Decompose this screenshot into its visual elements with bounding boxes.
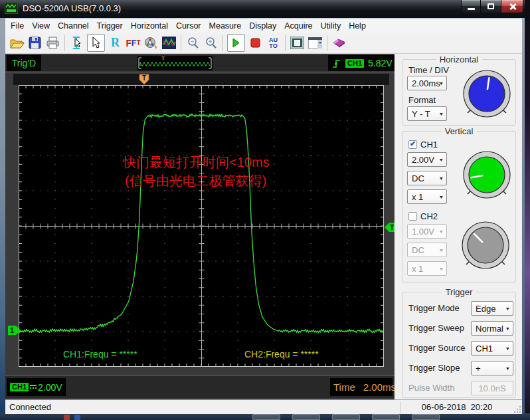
trigger-sweep-select[interactable]: Normal (471, 321, 513, 336)
maximize-icon (487, 3, 494, 9)
zoom-in-button[interactable] (203, 35, 219, 51)
separator-line (5, 72, 395, 72)
pulse-width-input: 10.0nS (471, 381, 513, 395)
help-button[interactable] (331, 35, 347, 51)
waveform-preview[interactable]: T (137, 56, 213, 70)
trigger-slope-select[interactable]: + (471, 361, 513, 375)
stop-button[interactable] (248, 35, 263, 51)
pointer-tool-button[interactable] (87, 34, 105, 52)
taskbar-button[interactable] (252, 414, 280, 420)
menu-item-help[interactable]: Help (345, 20, 370, 32)
menu-item-file[interactable]: File (7, 20, 28, 32)
trigger-level-readout: CH1 5.82V (328, 55, 395, 71)
close-button[interactable] (501, 0, 523, 13)
connection-status: Connected (9, 402, 51, 412)
trigger-voltage: 5.82V (368, 58, 393, 68)
channel-badge: CH1 (10, 383, 29, 391)
main-content: Trig'D T CH1 5.82V (5, 54, 522, 399)
time-per-div: 2.00ms (363, 381, 396, 393)
screen: DSO-5200A USB(7.0.0.3) FileViewChannelTr… (0, 0, 530, 420)
chevron-down-icon (439, 76, 444, 90)
time-div-select[interactable]: 2.00ms (407, 76, 447, 90)
zoom-out-button[interactable] (185, 35, 201, 51)
ch1-coupling-select[interactable]: DC (407, 171, 447, 185)
svg-text:T: T (390, 223, 395, 231)
menu-item-trigger[interactable]: Trigger (93, 20, 127, 32)
print-button[interactable] (45, 35, 60, 51)
windows-taskbar[interactable] (0, 413, 530, 420)
resize-grip[interactable] (513, 405, 521, 413)
ch1-volts-select[interactable]: 2.00V (407, 152, 447, 167)
title-bar[interactable]: DSO-5200A USB(7.0.0.3) (0, 0, 525, 18)
menu-item-channel[interactable]: Channel (54, 20, 93, 32)
menu-item-display[interactable]: Display (245, 20, 280, 32)
minimize-icon (468, 8, 475, 10)
datetime: 06-06-2018 20:20 (404, 402, 510, 412)
toolbar-separator (64, 35, 65, 51)
ch2-checkbox[interactable] (408, 212, 417, 221)
ch2-probe-select: x 1 (407, 261, 447, 276)
horizontal-knob[interactable] (462, 68, 512, 119)
annotation-line1: 快门最短打开时间<10ms (123, 154, 270, 171)
fft-button[interactable]: FFT (126, 35, 141, 51)
run-button[interactable] (227, 34, 245, 52)
svg-text:T: T (142, 74, 146, 82)
minimize-button[interactable] (461, 0, 481, 13)
window-title: DSO-5200A USB(7.0.0.3) (23, 3, 121, 13)
window-layout-button[interactable] (308, 35, 323, 51)
close-icon (509, 3, 517, 11)
taskbar-button[interactable] (372, 414, 400, 420)
format-select[interactable]: Y - T (407, 106, 447, 121)
window-frame-left (0, 18, 5, 413)
trigger-position-marker[interactable]: T (139, 74, 149, 85)
statusbar-separator (400, 401, 400, 413)
menu-item-horizontal[interactable]: Horizontal (127, 20, 172, 32)
trigger-mode-select[interactable]: Edge (471, 301, 513, 316)
menu-item-measure[interactable]: Measure (205, 20, 246, 32)
scope-area: Trig'D T CH1 5.82V (5, 54, 395, 399)
menu-item-view[interactable]: View (28, 20, 54, 32)
maximize-button[interactable] (481, 0, 501, 13)
menu-item-utility[interactable]: Utility (317, 20, 345, 32)
taskbar-button[interactable] (332, 414, 360, 420)
cursor-measure-button[interactable] (69, 35, 84, 51)
open-file-button[interactable] (9, 35, 25, 51)
save-button[interactable] (27, 35, 43, 51)
menu-item-acquire[interactable]: Acquire (280, 20, 316, 32)
chevron-down-icon (505, 322, 510, 335)
taskbar-button[interactable] (412, 414, 440, 420)
trigger-source-select[interactable]: CH1 (471, 341, 513, 356)
taskbar-icon[interactable] (64, 415, 70, 420)
channel-readout-bar: CH1 2.00V Time 2.00ms (5, 375, 395, 398)
taskbar-button[interactable] (292, 414, 320, 420)
rising-edge-trigger-icon (332, 58, 343, 69)
ch1-checkbox[interactable] (408, 140, 417, 149)
ch2-frequency-readout: CH2:Frequ = ***** (244, 349, 319, 360)
chevron-down-icon (505, 302, 510, 315)
menu-bar: FileViewChannelTriggerHorizontalCursorMe… (5, 19, 522, 33)
trigger-status: Trig'D (7, 55, 41, 71)
toolbar-separator (181, 35, 181, 51)
chevron-down-icon (439, 153, 444, 166)
desktop-background (525, 0, 530, 420)
fullscreen-button[interactable] (290, 35, 305, 51)
reference-button[interactable]: R (108, 35, 123, 51)
ch1-frequency-readout: CH1:Frequ = ***** (63, 349, 137, 360)
control-panel: Horizontal Time / DIV 2.00ms Format Y - … (395, 54, 522, 399)
chevron-down-icon (439, 171, 444, 185)
chevron-down-icon (505, 342, 510, 355)
ch2-position-knob[interactable] (460, 220, 511, 270)
toolbar-separator (327, 35, 327, 51)
toolbar: R FFT AUTO (5, 33, 522, 54)
record-button[interactable] (143, 35, 159, 51)
chevron-down-icon (439, 243, 444, 257)
ch1-probe-select[interactable]: x 1 (407, 189, 447, 204)
preview-trigger-marker: T (161, 55, 165, 61)
taskbar-icon[interactable] (74, 415, 80, 420)
menu-item-cursor[interactable]: Cursor (172, 20, 205, 32)
channel1-level-marker[interactable]: 1 (8, 326, 21, 336)
ch1-position-knob[interactable] (462, 150, 512, 200)
auto-setup-button[interactable]: AUTO (266, 35, 281, 51)
waveform-display-button[interactable] (161, 35, 177, 51)
scope-display (16, 74, 392, 371)
